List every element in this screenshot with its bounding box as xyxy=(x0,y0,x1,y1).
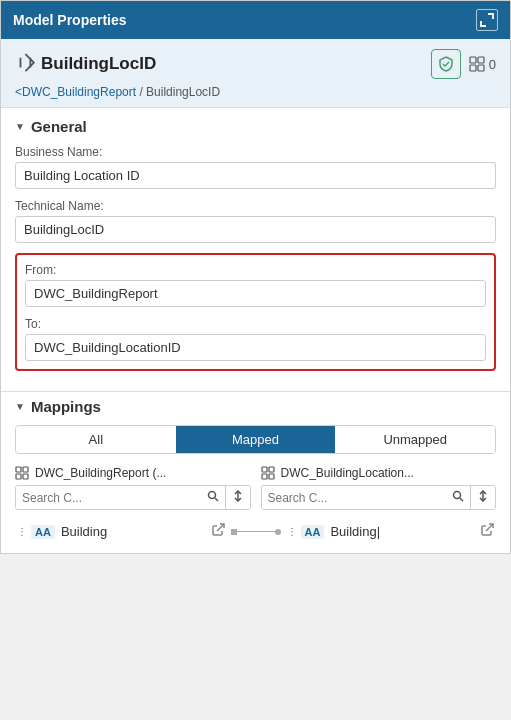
svg-line-22 xyxy=(486,524,493,531)
svg-line-2 xyxy=(16,53,36,73)
svg-rect-15 xyxy=(269,467,274,472)
entity-title: BuildingLocID xyxy=(41,54,156,74)
to-group: To: xyxy=(25,317,486,361)
right-search-input[interactable] xyxy=(262,487,447,509)
svg-rect-16 xyxy=(262,474,267,479)
left-item-link-icon[interactable] xyxy=(211,523,225,540)
left-mapping-col: DWC_BuildingReport (... xyxy=(15,466,251,516)
business-name-group: Business Name: xyxy=(15,145,496,189)
svg-rect-5 xyxy=(470,65,476,71)
grid-count: 0 xyxy=(489,57,496,72)
left-search-input[interactable] xyxy=(16,487,201,509)
model-properties-panel: Model Properties BuildingLocID xyxy=(0,0,511,554)
mappings-title: Mappings xyxy=(31,398,101,415)
right-search-row xyxy=(261,485,497,510)
svg-rect-10 xyxy=(23,474,28,479)
left-col-icon xyxy=(15,466,29,480)
mapping-connector xyxy=(231,529,281,535)
right-mapping-col: DWC_BuildingLocation... xyxy=(261,466,497,516)
panel-header: Model Properties xyxy=(1,1,510,39)
technical-name-label: Technical Name: xyxy=(15,199,496,213)
general-chevron[interactable]: ▼ xyxy=(15,121,25,132)
right-col-title: DWC_BuildingLocation... xyxy=(281,466,414,480)
right-item: ⋮ AA Building| xyxy=(285,520,497,543)
right-aa-badge: AA xyxy=(301,525,325,539)
svg-line-12 xyxy=(215,498,218,501)
left-search-button[interactable] xyxy=(201,486,225,509)
from-label: From: xyxy=(25,263,486,277)
from-input[interactable] xyxy=(25,280,486,307)
right-sort-button[interactable] xyxy=(470,486,495,509)
tab-unmapped[interactable]: Unmapped xyxy=(335,426,495,453)
left-item-menu-icon[interactable]: ⋮ xyxy=(17,526,27,537)
entity-name-row: BuildingLocID xyxy=(15,53,156,75)
right-item-label: Building| xyxy=(330,524,380,539)
left-col-title: DWC_BuildingReport (... xyxy=(35,466,166,480)
tab-mapped[interactable]: Mapped xyxy=(176,426,336,453)
panel-title: Model Properties xyxy=(13,12,127,28)
left-search-row xyxy=(15,485,251,510)
business-name-label: Business Name: xyxy=(15,145,496,159)
mapping-item-row: ⋮ AA Building ⋮ AA xyxy=(15,520,496,543)
svg-line-21 xyxy=(217,524,224,531)
shield-button[interactable] xyxy=(431,49,461,79)
technical-name-input[interactable] xyxy=(15,216,496,243)
svg-rect-4 xyxy=(478,57,484,63)
mappings-tab-group: All Mapped Unmapped xyxy=(15,425,496,454)
svg-rect-6 xyxy=(478,65,484,71)
svg-point-11 xyxy=(208,492,215,499)
grid-count-button[interactable]: 0 xyxy=(469,56,496,72)
right-search-button[interactable] xyxy=(446,486,470,509)
to-label: To: xyxy=(25,317,486,331)
left-aa-badge: AA xyxy=(31,525,55,539)
general-section: ▼ General Business Name: Technical Name:… xyxy=(1,108,510,391)
tab-all[interactable]: All xyxy=(16,426,176,453)
svg-rect-7 xyxy=(16,467,21,472)
mappings-header: ▼ Mappings xyxy=(15,398,496,415)
svg-point-18 xyxy=(454,492,461,499)
from-to-box: From: To: xyxy=(15,253,496,371)
svg-rect-17 xyxy=(269,474,274,479)
breadcrumb-link[interactable]: <DWC_BuildingReport xyxy=(15,85,136,99)
general-title: General xyxy=(31,118,87,135)
mappings-section: ▼ Mappings All Mapped Unmapped DWC_Bu xyxy=(1,392,510,553)
expand-button[interactable] xyxy=(476,9,498,31)
left-sort-button[interactable] xyxy=(225,486,250,509)
technical-name-group: Technical Name: xyxy=(15,199,496,243)
right-col-icon xyxy=(261,466,275,480)
entity-action-buttons: 0 xyxy=(431,49,496,79)
right-item-menu-icon[interactable]: ⋮ xyxy=(287,526,297,537)
svg-rect-8 xyxy=(23,467,28,472)
breadcrumb-current: BuildingLocID xyxy=(146,85,220,99)
business-name-input[interactable] xyxy=(15,162,496,189)
svg-line-1 xyxy=(16,58,26,68)
breadcrumb: <DWC_BuildingReport / BuildingLocID xyxy=(1,85,510,107)
left-item-label: Building xyxy=(61,524,107,539)
breadcrumb-separator: / xyxy=(136,85,146,99)
mappings-chevron[interactable]: ▼ xyxy=(15,401,25,412)
to-input[interactable] xyxy=(25,334,486,361)
svg-line-19 xyxy=(460,498,463,501)
mapping-columns: DWC_BuildingReport (... xyxy=(15,466,496,516)
right-item-link-icon[interactable] xyxy=(480,523,494,540)
svg-rect-14 xyxy=(262,467,267,472)
entity-title-row: BuildingLocID 0 xyxy=(1,39,510,85)
svg-rect-9 xyxy=(16,474,21,479)
svg-rect-3 xyxy=(470,57,476,63)
entity-icon xyxy=(10,50,38,78)
right-col-header: DWC_BuildingLocation... xyxy=(261,466,497,480)
general-section-header: ▼ General xyxy=(15,118,496,135)
left-col-header: DWC_BuildingReport (... xyxy=(15,466,251,480)
from-group: From: xyxy=(25,263,486,307)
left-item: ⋮ AA Building xyxy=(15,520,227,543)
